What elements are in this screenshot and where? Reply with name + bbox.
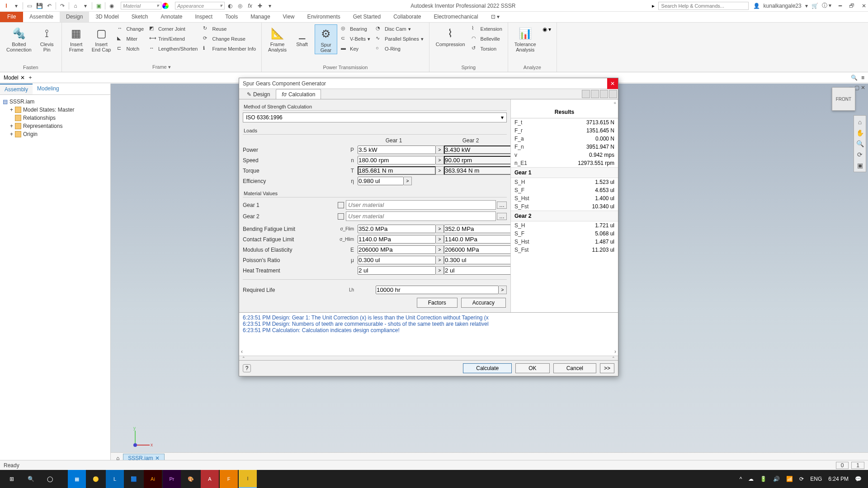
frame-analysis-button[interactable]: 📐Frame Analysis — [265, 24, 289, 53]
nav-orbit-icon[interactable]: ⟳ — [857, 151, 863, 158]
tree-item[interactable]: +Representations — [10, 122, 108, 130]
search-taskbar-icon[interactable]: 🔍 — [22, 470, 40, 488]
taskbar-edge[interactable]: 🟦 — [125, 470, 143, 488]
dialog-help-button[interactable]: ? — [243, 364, 251, 372]
browser-model-tab[interactable]: Model — [4, 75, 19, 81]
minimize-icon[interactable]: ━ — [839, 3, 842, 9]
power-gear1-input[interactable] — [358, 145, 436, 154]
tray-chevron-icon[interactable]: ^ — [740, 476, 742, 482]
reuse-button[interactable]: ↻Reuse — [201, 24, 258, 33]
user-menu[interactable]: 👤 kunalkangale23▾ 🛒 ⓘ ▾ — [753, 2, 831, 9]
add-tab-icon[interactable]: ＋ — [28, 74, 33, 81]
nav-zoom-icon[interactable]: 🔍 — [856, 140, 864, 147]
tab-sketch[interactable]: Sketch — [125, 12, 155, 22]
search-input[interactable] — [658, 2, 749, 10]
dlg-tool3-icon[interactable] — [600, 90, 608, 98]
tray-onedrive-icon[interactable]: ☁ — [748, 476, 754, 482]
tray-notifications-icon[interactable]: 💬 — [855, 476, 862, 482]
lengthen-shorten-button[interactable]: ↔Lengthen/Shorten — [147, 44, 199, 53]
notch-button[interactable]: ⊏Notch — [115, 44, 146, 53]
ok-button[interactable]: OK — [515, 363, 549, 373]
tree-item[interactable]: +Origin — [10, 130, 108, 138]
tray-volume-icon[interactable]: 🔊 — [773, 476, 780, 482]
tray-sync-icon[interactable]: ⟳ — [799, 476, 804, 482]
browser-menu-icon[interactable]: ≡ — [861, 75, 864, 81]
appearance-adjust-icon[interactable]: ◐ — [226, 1, 235, 10]
tab-manage[interactable]: Manage — [244, 12, 276, 22]
spur-gear-button[interactable]: ⚙Spur Gear — [315, 24, 337, 54]
start-button[interactable]: ⊞ — [3, 470, 21, 488]
vbelts-button[interactable]: ⊂V-Belts ▾ — [339, 34, 372, 43]
open-icon[interactable]: ▭ — [25, 1, 34, 10]
disc-cam-button[interactable]: ◔Disc Cam ▾ — [374, 24, 425, 33]
bending-g1-input[interactable] — [358, 225, 436, 233]
browser-tab-assembly[interactable]: Assembly — [0, 84, 33, 94]
tray-battery-icon[interactable]: 🔋 — [760, 476, 767, 482]
tab-getstarted[interactable]: Get Started — [347, 12, 387, 22]
tab-tools[interactable]: Tools — [219, 12, 244, 22]
tab-electromechanical[interactable]: Electromechanical — [428, 12, 485, 22]
poisson-g1-input[interactable] — [358, 256, 436, 264]
gear1-mat-browse[interactable]: … — [497, 202, 507, 209]
change-button[interactable]: ↔Change — [115, 24, 146, 33]
gear2-mat-checkbox[interactable] — [338, 213, 344, 220]
appearance-swatch-icon[interactable] — [162, 3, 169, 9]
scroll-left-icon[interactable]: ‹ — [241, 348, 243, 355]
resume-icon[interactable]: ▸ — [652, 3, 655, 9]
tree-root[interactable]: ▤SSSR.iam — [3, 98, 108, 106]
torsion-button[interactable]: ↺Torsion — [470, 44, 504, 53]
tab-design[interactable]: Design — [60, 12, 89, 22]
tray-wifi-icon[interactable]: 📶 — [786, 476, 793, 482]
qat-customize-icon[interactable]: ▾ — [265, 1, 274, 10]
nav-pan-icon[interactable]: ✋ — [856, 129, 864, 136]
calculate-button[interactable]: Calculate — [463, 363, 512, 373]
tab-3dmodel[interactable]: 3D Model — [89, 12, 125, 22]
gear1-mat-input[interactable] — [346, 200, 496, 210]
corner-joint-button[interactable]: ◩Corner Joint — [147, 24, 199, 33]
cancel-button[interactable]: Cancel — [553, 363, 596, 373]
globe-icon[interactable]: ◎ — [236, 1, 245, 10]
tray-lang[interactable]: ENG — [810, 476, 822, 482]
team-icon[interactable]: ▾ — [81, 1, 90, 10]
belleville-button[interactable]: ◠Belleville — [470, 34, 504, 43]
dialog-tab-design[interactable]: ✎Design — [241, 89, 276, 99]
dlg-tool1-icon[interactable] — [582, 90, 590, 98]
new-icon[interactable]: ▾ — [12, 1, 21, 10]
material-icon[interactable]: ◉ — [107, 1, 116, 10]
insert-endcap-button[interactable]: ▢Insert End Cap — [89, 24, 114, 53]
method-dropdown[interactable]: ISO 6336:1996▾ — [243, 113, 507, 122]
tab-inspect[interactable]: Inspect — [189, 12, 219, 22]
appearance-dropdown[interactable]: Appearance▾ — [175, 2, 225, 9]
frame-member-info-button[interactable]: ℹFrame Member Info — [201, 44, 258, 53]
taskbar-premiere[interactable]: Pr — [163, 470, 181, 488]
gear2-mat-input[interactable] — [346, 211, 496, 221]
chevron-right-icon[interactable]: > — [436, 145, 444, 154]
home-icon[interactable]: ⌂ — [71, 1, 80, 10]
taskbar-app[interactable]: 🎨 — [182, 470, 200, 488]
taskbar-inventor[interactable]: I — [239, 470, 257, 488]
undo-icon[interactable]: ↶ — [45, 1, 54, 10]
message-log[interactable]: 6:23:51 PM Design: Gear 1: The Unit Corr… — [239, 312, 618, 356]
contact-g1-input[interactable] — [358, 235, 436, 244]
nav-lookat-icon[interactable]: ▣ — [857, 162, 863, 169]
taskbar-chrome[interactable]: 🟡 — [87, 470, 105, 488]
dialog-tab-calculation[interactable]: fσCalculation — [276, 89, 321, 99]
taskbar-app[interactable]: L — [106, 470, 124, 488]
tab-annotate[interactable]: Annotate — [154, 12, 189, 22]
expand-button[interactable]: >> — [600, 363, 614, 373]
save-icon[interactable]: 💾 — [35, 1, 44, 10]
oring-button[interactable]: ○O-Ring — [374, 44, 425, 53]
tab-view[interactable]: View — [277, 12, 301, 22]
tab-file[interactable]: File — [0, 12, 23, 22]
record-icon[interactable]: ◉ ▾ — [541, 24, 553, 34]
search-browser-icon[interactable]: 🔍 — [851, 75, 858, 81]
efficiency-input[interactable] — [358, 177, 404, 185]
taskbar-app[interactable]: ▦ — [68, 470, 86, 488]
bolted-connection-button[interactable]: 🔩Bolted Connection — [4, 24, 34, 53]
dlg-tool4-icon[interactable] — [609, 90, 617, 98]
help-icon[interactable]: ⓘ ▾ — [822, 2, 831, 9]
taskbar-autocad[interactable]: A — [201, 470, 219, 488]
fx-icon[interactable]: fx — [245, 1, 255, 10]
plus-icon[interactable]: ✚ — [255, 1, 264, 10]
view-cube[interactable]: FRONT — [832, 87, 855, 111]
